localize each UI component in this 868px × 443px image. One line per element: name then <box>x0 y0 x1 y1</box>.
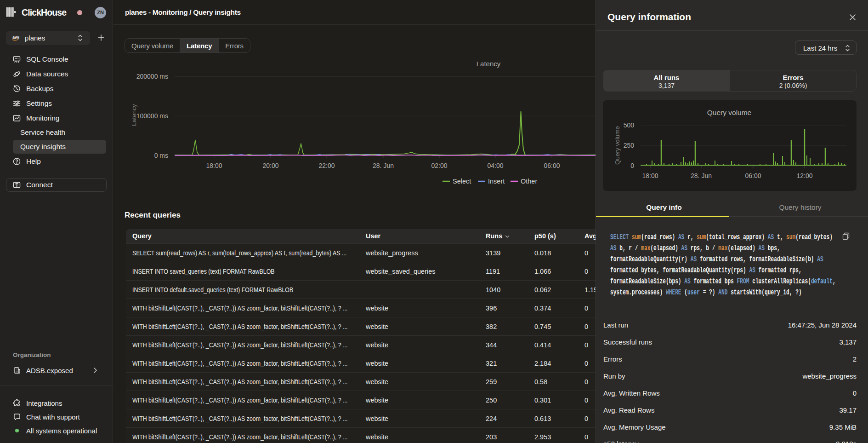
svg-text:22:00: 22:00 <box>318 162 335 169</box>
svg-text:Query volume: Query volume <box>707 109 751 116</box>
svg-text:Insert: Insert <box>488 178 505 185</box>
svg-text:Other: Other <box>521 178 537 185</box>
svg-text:06:00: 06:00 <box>544 162 560 169</box>
svg-text:18:00: 18:00 <box>642 172 658 179</box>
svg-text:04:00: 04:00 <box>487 162 503 169</box>
svg-text:100000 ms: 100000 ms <box>136 112 168 120</box>
svg-text:200000 ms: 200000 ms <box>136 73 168 80</box>
svg-text:250: 250 <box>624 142 635 149</box>
svg-text:20:00: 20:00 <box>262 162 278 169</box>
svg-text:Latency: Latency <box>477 60 501 68</box>
svg-text:18:00: 18:00 <box>206 162 222 169</box>
svg-text:aws: aws <box>12 35 19 40</box>
svg-text:0: 0 <box>630 162 634 169</box>
svg-text:28. Jun: 28. Jun <box>373 162 394 169</box>
svg-text:02:00: 02:00 <box>431 162 447 169</box>
svg-text:Query volume: Query volume <box>614 126 621 165</box>
svg-text:0 ms: 0 ms <box>154 152 168 159</box>
svg-text:12:00: 12:00 <box>796 172 812 179</box>
svg-text:Select: Select <box>453 178 471 185</box>
svg-text:500: 500 <box>624 121 635 129</box>
svg-text:06:00: 06:00 <box>745 172 761 179</box>
svg-text:28. Jun: 28. Jun <box>691 172 712 179</box>
